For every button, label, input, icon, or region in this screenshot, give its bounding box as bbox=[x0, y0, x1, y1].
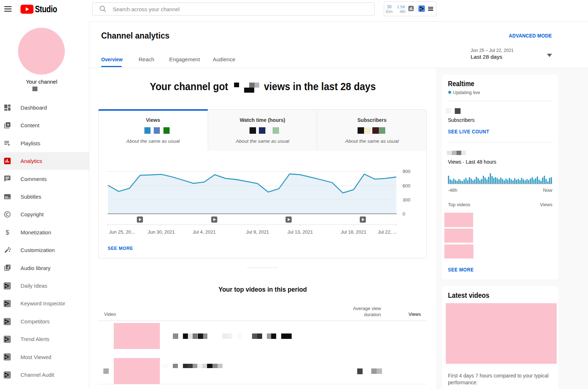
svg-text:IQ: IQ bbox=[5, 356, 7, 358]
svg-text:IQ: IQ bbox=[5, 338, 7, 340]
svg-text:600: 600 bbox=[403, 183, 410, 189]
svg-text:$: $ bbox=[6, 229, 9, 236]
svg-text:Jun 25, 20...: Jun 25, 20... bbox=[109, 229, 135, 235]
svg-text:0: 0 bbox=[403, 211, 405, 217]
svg-text:IQ: IQ bbox=[5, 302, 7, 305]
svg-text:Jul 13, 2021: Jul 13, 2021 bbox=[287, 229, 313, 235]
svg-text:Jul 22, ...: Jul 22, ... bbox=[378, 229, 397, 235]
svg-text:Jul 18, 2021: Jul 18, 2021 bbox=[341, 229, 366, 235]
svg-text:900: 900 bbox=[403, 169, 410, 174]
svg-text:IQ: IQ bbox=[5, 285, 7, 287]
svg-text:Jun 30, 2021: Jun 30, 2021 bbox=[148, 229, 175, 235]
svg-text:Jul 4, 2021: Jul 4, 2021 bbox=[193, 229, 216, 235]
svg-text:Jul 9, 2021: Jul 9, 2021 bbox=[246, 229, 269, 235]
svg-text:300: 300 bbox=[403, 197, 410, 203]
svg-text:IQ: IQ bbox=[5, 321, 7, 323]
svg-text:IQ: IQ bbox=[5, 374, 7, 376]
svg-text:IQ: IQ bbox=[420, 8, 422, 10]
